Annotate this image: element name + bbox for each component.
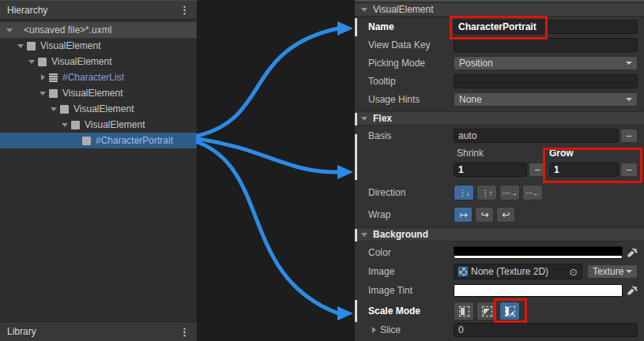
- background-image-row: Image None (Texture 2D) ⊙ Texture: [355, 262, 644, 281]
- tree-item-visualelement[interactable]: VisualElement: [0, 85, 197, 101]
- flex-basis-field[interactable]: auto: [454, 129, 619, 143]
- eyedropper-icon[interactable]: [627, 285, 638, 296]
- basis-unit-button[interactable]: –: [620, 129, 638, 143]
- background-section-header[interactable]: Background: [355, 227, 644, 242]
- tree-item-visualelement[interactable]: VisualElement: [0, 117, 197, 133]
- image-type-dropdown[interactable]: Texture: [587, 264, 638, 279]
- wrap-reverse-icon: ↩: [502, 209, 509, 220]
- direction-column-button[interactable]: ⋮↓: [454, 185, 474, 200]
- wrap-icon: ↪: [480, 209, 488, 220]
- kebab-menu-icon[interactable]: ⋮: [179, 4, 190, 16]
- direction-column-reverse-button[interactable]: ⋮↑: [476, 185, 497, 200]
- tree-item-label: VisualElement: [62, 88, 123, 99]
- tree-item-characterlist[interactable]: #CharacterList: [0, 69, 197, 85]
- tree-item-label: VisualElement: [51, 56, 112, 67]
- tree-item-characterportrait-selected[interactable]: #CharacterPortrait: [0, 133, 197, 148]
- wrap-reverse-button[interactable]: ↩: [496, 207, 515, 223]
- section-title: VisualElement: [373, 4, 434, 15]
- name-field[interactable]: [454, 20, 638, 34]
- direction-row-button[interactable]: ⋯→: [499, 185, 520, 200]
- grow-unit-button[interactable]: –: [620, 163, 638, 177]
- foldout-down-icon[interactable]: [16, 41, 25, 51]
- background-image-label: Image: [368, 266, 394, 277]
- scale-mode-scale-and-crop-button[interactable]: [476, 302, 497, 320]
- foldout-right-icon[interactable]: [38, 73, 47, 82]
- scale-mode-stretch-to-fill-button[interactable]: [454, 302, 474, 320]
- kebab-menu-icon[interactable]: ⋮: [179, 326, 190, 338]
- foldout-down-icon[interactable]: [27, 57, 36, 66]
- foldout-down-icon[interactable]: [49, 104, 58, 114]
- foldout-down-icon[interactable]: [360, 230, 369, 239]
- tooltip-field[interactable]: [454, 74, 638, 88]
- image-type-value: Texture: [593, 266, 623, 277]
- flex-shrink-label: Shrink: [457, 148, 484, 159]
- flex-basis-label: Basis: [368, 130, 391, 141]
- image-tint-swatch[interactable]: [454, 284, 623, 297]
- flex-direction-row: Direction ⋮↓ ⋮↑ ⋯→ ⋯←: [355, 183, 644, 202]
- background-color-row: Color: [355, 245, 644, 260]
- eyedropper-icon[interactable]: [627, 247, 638, 258]
- foldout-down-icon[interactable]: [360, 114, 369, 123]
- tree-item-label: #CharacterList: [62, 72, 124, 83]
- row-icon: ⋯→: [503, 189, 517, 197]
- arrowhead-icon: [337, 165, 353, 179]
- flex-grow-field[interactable]: 1: [549, 163, 619, 177]
- column-icon: ⋮↓: [459, 189, 469, 197]
- flex-section-header[interactable]: Flex: [355, 111, 644, 126]
- visual-element-icon: [82, 137, 91, 145]
- visual-element-icon: [49, 89, 58, 98]
- scale-mode-scale-to-fit-button[interactable]: [499, 302, 520, 320]
- wrap-wrap-button[interactable]: ↪: [475, 207, 494, 223]
- direction-row-reverse-button[interactable]: ⋯←: [522, 185, 543, 200]
- tree-item-visualelement[interactable]: VisualElement: [0, 101, 197, 117]
- foldout-down-icon[interactable]: [60, 120, 70, 129]
- object-picker-icon[interactable]: ⊙: [569, 267, 578, 277]
- flex-grow-label: Grow: [549, 148, 574, 159]
- list-view-icon: [49, 73, 58, 82]
- image-object-value: None (Texture 2D): [471, 266, 548, 277]
- foldout-right-icon: [369, 325, 378, 335]
- shrink-unit-button[interactable]: –: [529, 163, 546, 177]
- color-swatch[interactable]: [454, 246, 623, 259]
- slice-row: Slice 0: [355, 322, 644, 338]
- texture-2d-icon: [458, 267, 468, 276]
- library-header: Library ⋮: [0, 321, 197, 341]
- foldout-down-icon[interactable]: [360, 5, 369, 14]
- arrow-to-name-field: [198, 28, 338, 136]
- tree-item-uxml-file[interactable]: <unsaved file>*.uxml: [0, 22, 197, 38]
- picking-mode-dropdown[interactable]: Position: [454, 56, 638, 70]
- section-title: Background: [373, 229, 428, 240]
- foldout-down-icon[interactable]: [38, 88, 47, 98]
- visual-element-section-header[interactable]: VisualElement: [355, 2, 644, 17]
- tree-item-label: VisualElement: [40, 40, 101, 51]
- usage-hints-value: None: [459, 94, 482, 105]
- tree-item-visualelement[interactable]: VisualElement: [0, 54, 197, 69]
- scale-and-crop-icon: [482, 306, 492, 317]
- ui-builder-window: Hierarchy ⋮ <unsaved file>*.uxml VisualE…: [0, 0, 644, 341]
- slice-field[interactable]: 0: [454, 323, 638, 337]
- hierarchy-header: Hierarchy ⋮: [0, 1, 197, 20]
- image-object-field[interactable]: None (Texture 2D) ⊙: [454, 264, 582, 279]
- wrap-nowrap-button[interactable]: ↦: [454, 207, 473, 223]
- flex-shrink-field[interactable]: 1: [454, 163, 527, 177]
- arrow-to-grow-field: [198, 139, 338, 172]
- foldout-down-icon[interactable]: [5, 25, 14, 35]
- section-title: Flex: [373, 113, 392, 124]
- view-data-key-field[interactable]: [454, 38, 638, 52]
- tree-item-label: #CharacterPortrait: [96, 135, 173, 146]
- slice-foldout[interactable]: Slice: [369, 324, 401, 335]
- tree-item-visualelement[interactable]: VisualElement: [0, 38, 197, 54]
- usage-hints-row: Usage Hints None: [355, 92, 644, 107]
- arrowhead-icon: [337, 21, 353, 36]
- foldout-spacer: [71, 136, 81, 145]
- scale-mode-label: Scale Mode: [368, 305, 420, 317]
- library-title: Library: [7, 326, 36, 337]
- override-bar: [355, 113, 357, 126]
- flex-basis-row: Basis auto –: [355, 128, 644, 144]
- usage-hints-dropdown[interactable]: None: [454, 92, 638, 107]
- hierarchy-panel: Hierarchy ⋮ <unsaved file>*.uxml VisualE…: [0, 0, 198, 341]
- tree-item-label: VisualElement: [73, 103, 134, 114]
- slice-label: Slice: [380, 324, 401, 335]
- visual-element-icon: [71, 121, 80, 129]
- flex-wrap-row: Wrap ↦ ↪ ↩: [355, 205, 644, 224]
